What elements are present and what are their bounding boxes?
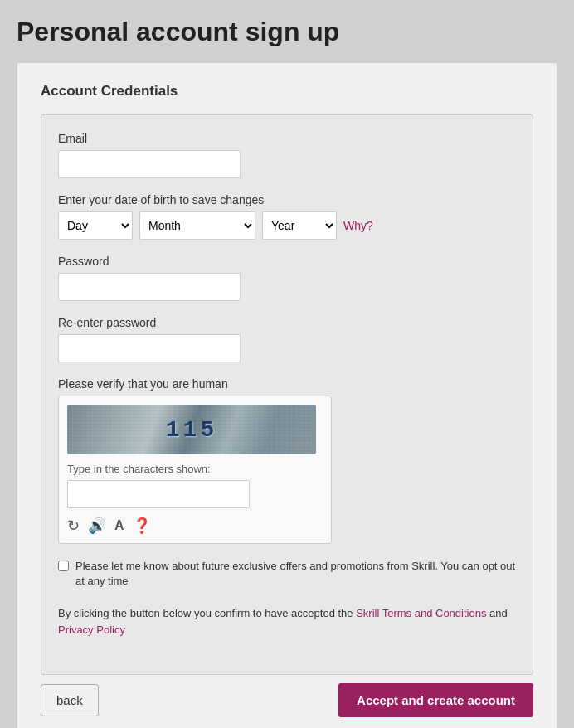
terms-link[interactable]: Skrill Terms and Conditions xyxy=(356,607,486,619)
captcha-box: 115 Type in the characters shown: ↻ 🔊 A … xyxy=(58,396,332,544)
terms-text: By clicking the button below you confirm… xyxy=(58,605,516,638)
help-icon[interactable]: ❓ xyxy=(133,517,151,535)
accept-button[interactable]: Accept and create account xyxy=(338,683,533,717)
captcha-image: 115 xyxy=(67,405,316,454)
refresh-icon[interactable]: ↻ xyxy=(67,517,80,535)
inner-form-card: Email Enter your date of birth to save c… xyxy=(41,114,533,675)
button-row: back Accept and create account xyxy=(41,683,533,717)
page-title: Personal account sign up xyxy=(17,17,557,47)
captcha-field-group: Please verify that you are human 115 Typ… xyxy=(58,377,516,544)
section-title: Account Credentials xyxy=(41,83,533,99)
audio-icon[interactable]: 🔊 xyxy=(88,517,106,535)
reenter-password-field-group: Re-enter password xyxy=(58,316,516,362)
reenter-label: Re-enter password xyxy=(58,316,516,329)
newsletter-label: Please let me know about future exclusiv… xyxy=(75,559,516,589)
why-link[interactable]: Why? xyxy=(343,219,373,232)
back-button[interactable]: back xyxy=(41,684,99,716)
newsletter-checkbox[interactable] xyxy=(58,561,69,571)
month-select[interactable]: Month JanuaryFebruaryMarch AprilMayJune … xyxy=(139,211,255,240)
email-input[interactable] xyxy=(58,150,241,178)
captcha-number: 115 xyxy=(166,417,217,443)
main-card: Account Credentials Email Enter your dat… xyxy=(17,62,557,728)
captcha-input[interactable] xyxy=(67,480,250,508)
password-field-group: Password xyxy=(58,255,516,301)
text-icon[interactable]: A xyxy=(114,518,124,533)
captcha-controls: ↻ 🔊 A ❓ xyxy=(67,517,323,535)
newsletter-checkbox-row: Please let me know about future exclusiv… xyxy=(58,559,516,594)
password-input[interactable] xyxy=(58,273,241,301)
email-label: Email xyxy=(58,132,516,145)
day-select[interactable]: Day 12345 678910 1112131415 1617181920 2… xyxy=(58,211,133,240)
dob-row: Day 12345 678910 1112131415 1617181920 2… xyxy=(58,211,516,240)
year-select[interactable]: Year 2006200019991990 1980197019601950 xyxy=(262,211,337,240)
reenter-password-input[interactable] xyxy=(58,334,241,362)
password-label: Password xyxy=(58,255,516,268)
email-field-group: Email xyxy=(58,132,516,178)
privacy-link[interactable]: Privacy Policy xyxy=(58,624,125,636)
captcha-chars-label: Type in the characters shown: xyxy=(67,463,323,475)
dob-label: Enter your date of birth to save changes xyxy=(58,193,516,206)
terms-text-before: By clicking the button below you confirm… xyxy=(58,607,356,619)
dob-field-group: Enter your date of birth to save changes… xyxy=(58,193,516,240)
captcha-section-label: Please verify that you are human xyxy=(58,377,516,391)
captcha-image-inner: 115 xyxy=(67,405,316,454)
terms-text-mid: and xyxy=(486,607,507,619)
